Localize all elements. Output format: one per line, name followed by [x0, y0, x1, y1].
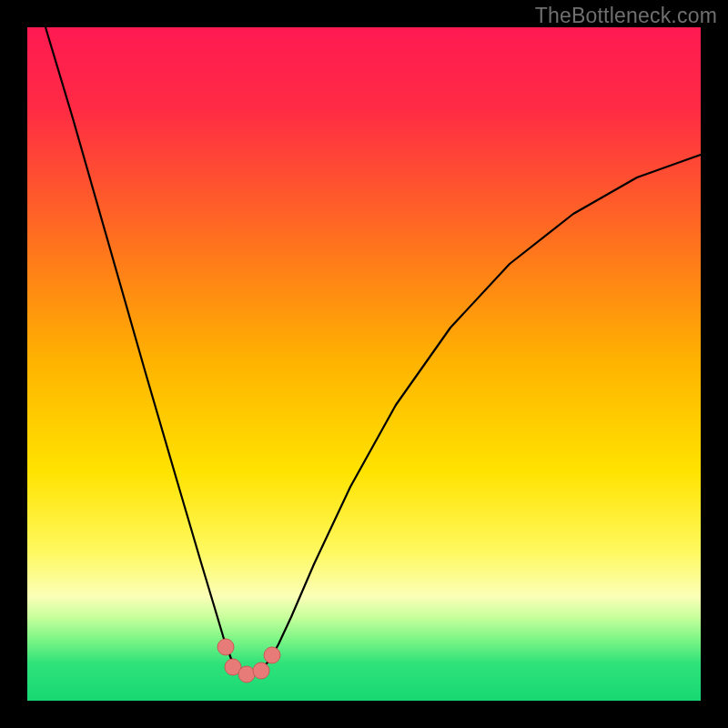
gradient-background [27, 27, 701, 701]
plot-area [27, 27, 701, 701]
outer-frame: TheBottleneck.com [0, 0, 728, 728]
curve-marker [217, 639, 234, 655]
chart-svg [27, 27, 701, 701]
watermark-text: TheBottleneck.com [535, 4, 717, 28]
curve-marker [238, 666, 255, 682]
curve-marker [253, 662, 269, 679]
curve-marker [264, 647, 280, 663]
